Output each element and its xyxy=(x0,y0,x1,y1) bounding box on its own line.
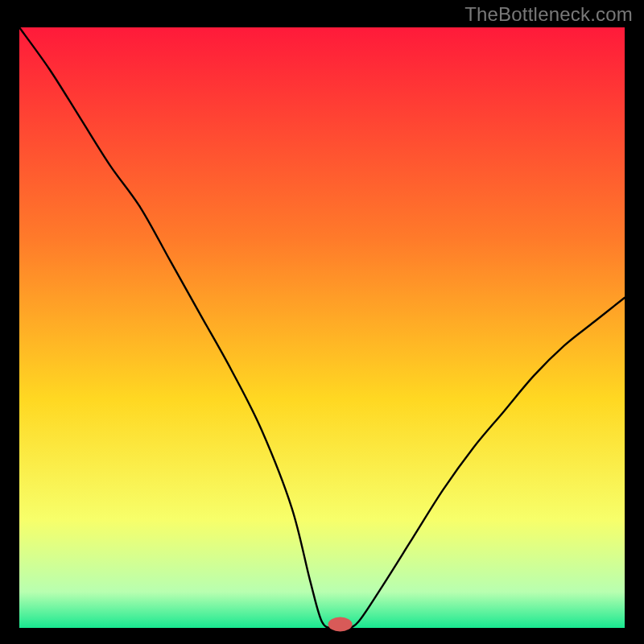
optimal-point-marker xyxy=(328,617,353,632)
chart-canvas xyxy=(0,0,644,644)
plot-background xyxy=(19,27,625,628)
bottleneck-chart: TheBottleneck.com xyxy=(0,0,644,644)
attribution-text: TheBottleneck.com xyxy=(464,3,633,26)
